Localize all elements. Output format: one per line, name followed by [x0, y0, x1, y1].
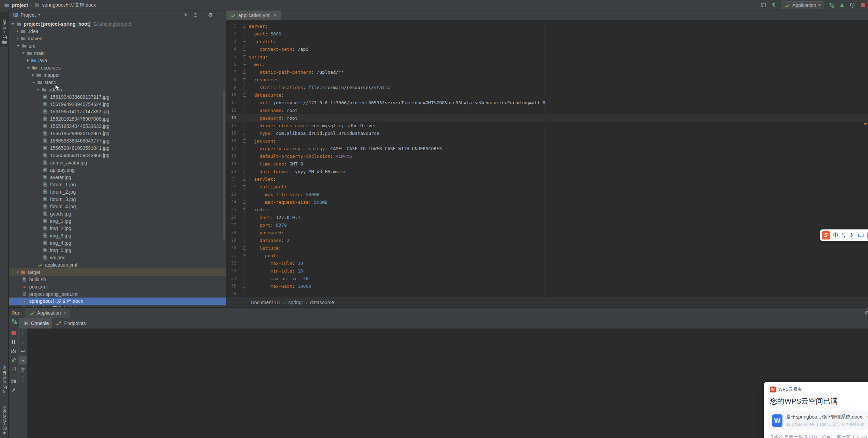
tree-row-1562015289476907008.jpg[interactable]: 1562015289476907008.jpg	[9, 115, 226, 122]
code-line-31[interactable]: 31 pool:	[226, 252, 868, 259]
tree-row-target[interactable]: target	[9, 268, 226, 276]
line-number[interactable]: 31	[226, 253, 240, 258]
run-tab-close-icon[interactable]: ✕	[63, 310, 66, 315]
tree-row-forum_1.jpg[interactable]: forum_1.jpg	[9, 181, 226, 188]
code-line-1[interactable]: 1server:	[226, 22, 868, 30]
line-number[interactable]: 29	[226, 238, 240, 243]
chevron-collapsed-icon[interactable]	[27, 59, 29, 62]
tree-row-1566598594159443968.jpg[interactable]: 1566598594159443968.jpg	[9, 152, 226, 159]
line-number[interactable]: 28	[226, 230, 240, 235]
line-number[interactable]: 1	[226, 24, 240, 29]
code-line-3[interactable]: 3 servlet:	[226, 38, 868, 45]
code-line-4[interactable]: 4 context-path: /api	[226, 45, 868, 53]
line-number[interactable]: 35	[226, 284, 240, 289]
tree-row-img_1.jpg[interactable]: img_1.jpg	[9, 217, 226, 225]
code-line-12[interactable]: 12 username: root	[226, 106, 868, 114]
line-number[interactable]: 17	[226, 146, 240, 151]
fold-marker-icon[interactable]	[240, 86, 249, 89]
tree-row-admin_avatar.jpg[interactable]: admin_avatar.jpg	[9, 159, 226, 166]
wps-notification-popup[interactable]: W WPS云服务 您的WPS云空间已满 W 基于springboo...诊疗管理…	[764, 382, 868, 438]
fold-marker-icon[interactable]	[240, 94, 249, 97]
exit-icon[interactable]	[10, 365, 17, 374]
tree-row-forum_3.jpg[interactable]: forum_3.jpg	[9, 195, 226, 203]
fold-marker-icon[interactable]	[240, 71, 249, 74]
tree-row-forum_2.jpg[interactable]: forum_2.jpg	[9, 188, 226, 195]
line-number[interactable]: 33	[226, 268, 240, 273]
code-line-26[interactable]: 26 host: 127.0.0.1	[226, 213, 868, 221]
tree-row-wx.png[interactable]: wx.png	[9, 254, 226, 261]
tab-close-icon[interactable]: ✕	[273, 13, 277, 18]
chevron-expanded-icon[interactable]	[27, 67, 30, 69]
fold-marker-icon[interactable]	[240, 55, 249, 58]
tool-button-project[interactable]: 1: Project	[0, 12, 9, 47]
code-line-8[interactable]: 8 resources:	[226, 76, 868, 83]
tree-row-maven[interactable]: maven	[9, 35, 226, 42]
fold-marker-icon[interactable]	[240, 25, 249, 28]
tab-application-yml[interactable]: application.yml ✕	[226, 10, 281, 20]
tree-row-img_3.jpg[interactable]: img_3.jpg	[9, 232, 226, 239]
code-line-7[interactable]: 7 static-path-pattern: /upload/**	[226, 68, 868, 76]
line-number[interactable]: 34	[226, 276, 240, 281]
tab-console[interactable]: Console	[19, 318, 52, 328]
fold-marker-icon[interactable]	[240, 63, 249, 66]
line-number[interactable]: 6	[226, 62, 240, 67]
stop-button-icon[interactable]	[860, 2, 866, 8]
tree-row-forum_4.jpg[interactable]: forum_4.jpg	[9, 203, 226, 210]
code-line-27[interactable]: 27 port: 6379	[226, 221, 868, 229]
code-line-2[interactable]: 2 port: 5000	[226, 30, 868, 38]
code-line-13[interactable]: 13 password: root	[226, 114, 868, 122]
debug-button-icon[interactable]	[839, 2, 845, 8]
line-number[interactable]: 19	[226, 161, 240, 166]
code-line-15[interactable]: 15 type: com.alibaba.druid.pool.DruidDat…	[226, 129, 868, 137]
line-number[interactable]: 3	[226, 39, 240, 44]
code-line-18[interactable]: 18 default-property-inclusion: ALWAYS	[226, 152, 868, 160]
breadcrumb-file[interactable]: springboot开发文档.docx	[42, 2, 96, 8]
tree-row-project-spring_boot.iml[interactable]: project-spring_boot.iml	[9, 290, 226, 298]
code-line-21[interactable]: 21 servlet:	[226, 175, 868, 183]
thread-dump-camera-icon[interactable]	[10, 347, 17, 356]
line-number[interactable]: 5	[226, 54, 240, 59]
tree-row-src[interactable]: src	[9, 42, 226, 49]
line-number[interactable]: 16	[226, 138, 240, 143]
code-line-17[interactable]: 17 property-naming-strategy: CAMEL_CASE_…	[226, 145, 868, 152]
collapse-all-icon[interactable]	[192, 12, 199, 18]
tree-row-static[interactable]: static	[9, 79, 226, 86]
tree-row-img_4.jpg[interactable]: img_4.jpg	[9, 239, 226, 246]
line-number[interactable]: 22	[226, 184, 240, 189]
build-hammer-icon[interactable]	[771, 2, 777, 8]
scroll-to-end-icon[interactable]	[19, 356, 27, 365]
code-line-35[interactable]: 35 max-wait: 10000	[226, 282, 868, 290]
code-line-24[interactable]: 24 max-request-size: 500MB	[226, 198, 868, 206]
arrow-up-icon[interactable]: ↑	[19, 328, 27, 338]
line-number[interactable]: 14	[226, 123, 240, 128]
locate-file-icon[interactable]: ⌖	[183, 12, 189, 18]
pause-icon[interactable]	[10, 338, 17, 347]
code-line-10[interactable]: 10 datasource:	[226, 91, 868, 99]
code-line-34[interactable]: 34 max-active: 30	[226, 275, 868, 282]
chevron-collapsed-icon[interactable]	[17, 271, 18, 274]
tool-window-button-icon[interactable]	[760, 2, 766, 8]
fold-marker-icon[interactable]	[240, 285, 249, 288]
clear-console-icon[interactable]	[19, 374, 27, 383]
editor-breadcrumb-item[interactable]: datasource:	[310, 300, 336, 305]
line-number[interactable]: 30	[226, 245, 240, 250]
pin-icon[interactable]	[10, 386, 17, 395]
soft-wrap-icon[interactable]: ↩	[19, 347, 27, 356]
code-line-5[interactable]: 5spring:	[226, 53, 868, 60]
fold-marker-icon[interactable]	[240, 254, 249, 257]
gear-icon[interactable]: ⚙	[207, 12, 214, 18]
tree-row-java[interactable]: java	[9, 57, 226, 64]
chevron-collapsed-icon[interactable]	[32, 74, 34, 76]
fold-marker-icon[interactable]	[240, 78, 249, 81]
tree-row-mapper[interactable]: mapper	[9, 71, 226, 79]
tree-row-resources[interactable]: resources	[9, 64, 226, 71]
code-line-19[interactable]: 19 time-zone: GMT+8	[226, 160, 868, 168]
hide-panel-icon[interactable]: −	[217, 12, 223, 18]
chevron-expanded-icon[interactable]	[22, 52, 25, 54]
mic-icon[interactable]	[848, 232, 854, 238]
code-line-9[interactable]: 9 static-locations: file:src/main/resour…	[226, 83, 868, 91]
code-line-23[interactable]: 23 max-file-size: 500MB	[226, 190, 868, 198]
tree-row-project-project-spring_boot-[interactable]: project [project-spring_boot]G:\shejing\…	[9, 20, 226, 27]
code-line-32[interactable]: 32 max-idle: 30	[226, 259, 868, 267]
editor-breadcrumb-item[interactable]: Document 1/1	[251, 300, 281, 305]
